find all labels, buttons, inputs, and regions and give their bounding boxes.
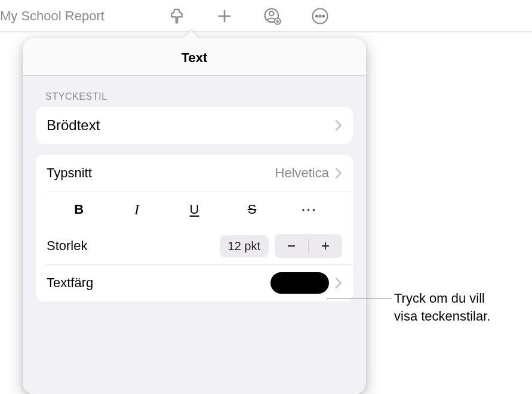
chevron-right-icon (335, 168, 342, 178)
chevron-right-icon (335, 278, 342, 288)
size-increase-button[interactable] (309, 234, 342, 258)
document-title[interactable]: My School Report (0, 8, 104, 24)
bold-button[interactable]: B (50, 192, 108, 227)
insert-plus-icon[interactable] (215, 7, 234, 26)
toolbar-icon-group (167, 7, 330, 26)
more-icon[interactable] (310, 7, 330, 26)
paragraph-style-row[interactable]: Brödtext (36, 107, 353, 144)
svg-point-10 (322, 15, 324, 17)
size-label: Storlek (47, 238, 87, 254)
top-toolbar: My School Report (0, 0, 532, 32)
size-stepper (275, 234, 342, 258)
collaborate-icon[interactable] (263, 7, 282, 26)
size-row: Storlek 12 pkt (36, 227, 353, 264)
more-text-options-button[interactable]: ●●● (281, 192, 339, 227)
format-popover: Text STYCKESTIL Brödtext Typsnitt Helvet… (23, 38, 366, 394)
popover-arrow (183, 30, 199, 39)
size-value-pill[interactable]: 12 pkt (220, 235, 269, 257)
size-decrease-button[interactable] (275, 234, 308, 258)
text-color-swatch[interactable] (270, 272, 329, 294)
text-style-buttons-row: B I U S ●●● (36, 192, 353, 227)
text-color-row[interactable]: Textfärg (36, 264, 353, 301)
format-brush-icon[interactable] (167, 7, 186, 26)
text-format-card: Typsnitt Helvetica B I U S ●●● Storlek 1… (36, 155, 353, 301)
font-value: Helvetica (275, 165, 329, 181)
paragraph-style-card: Brödtext (36, 107, 353, 144)
underline-button[interactable]: U (165, 192, 223, 227)
chevron-right-icon (335, 120, 342, 131)
strikethrough-button[interactable]: S (223, 192, 281, 227)
callout-leader-line (327, 298, 392, 298)
callout-line-2: visa teckenstilar. (394, 307, 490, 325)
font-label: Typsnitt (47, 165, 92, 181)
svg-point-8 (316, 15, 318, 17)
popover-title: Text (23, 50, 366, 66)
text-color-label: Textfärg (47, 275, 93, 291)
callout-annotation: Tryck om du vill visa teckenstilar. (394, 290, 490, 325)
callout-line-1: Tryck om du vill (394, 290, 490, 307)
paragraph-style-section-label: STYCKESTIL (23, 76, 366, 107)
italic-button[interactable]: I (108, 192, 166, 227)
svg-point-9 (319, 15, 321, 17)
svg-point-3 (269, 11, 274, 16)
popover-header: Text (23, 38, 366, 76)
font-row[interactable]: Typsnitt Helvetica (36, 155, 353, 192)
paragraph-style-value: Brödtext (47, 117, 100, 134)
